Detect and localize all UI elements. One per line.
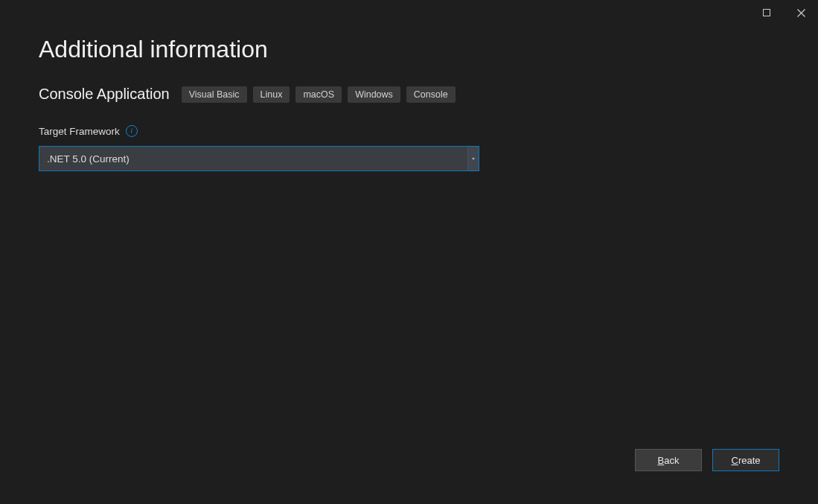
create-button[interactable]: Create <box>712 449 779 471</box>
page-title: Additional information <box>39 36 779 63</box>
back-button[interactable]: Back <box>635 449 702 471</box>
target-framework-value: .NET 5.0 (Current) <box>39 147 467 170</box>
tag: Linux <box>253 86 290 103</box>
tag: macOS <box>295 86 342 103</box>
close-icon[interactable] <box>784 0 818 25</box>
tag: Console <box>406 86 456 103</box>
svg-rect-0 <box>764 10 770 16</box>
project-type-label: Console Application <box>39 86 170 103</box>
target-framework-label: Target Framework <box>39 126 120 137</box>
tag: Windows <box>348 86 400 103</box>
tag: Visual Basic <box>182 86 247 103</box>
chevron-down-icon[interactable] <box>467 147 479 170</box>
maximize-icon[interactable] <box>750 0 784 25</box>
info-icon[interactable]: i <box>126 125 138 137</box>
target-framework-dropdown[interactable]: .NET 5.0 (Current) <box>39 146 479 171</box>
